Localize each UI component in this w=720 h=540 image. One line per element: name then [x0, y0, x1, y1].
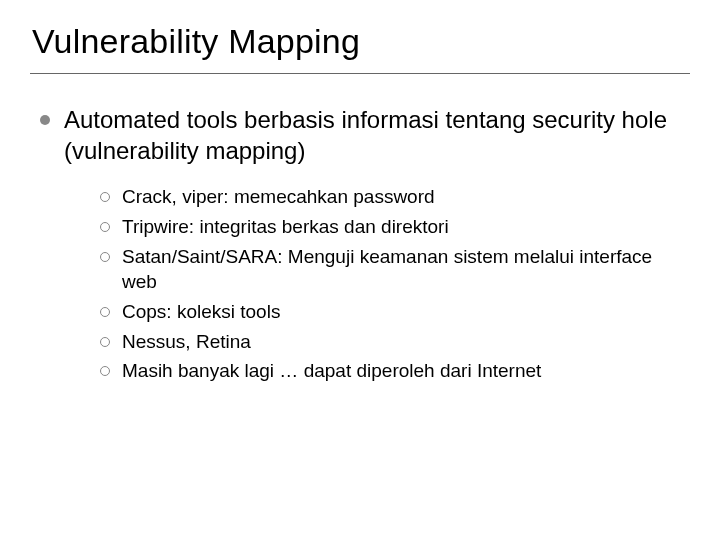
- bullet-level1-text: Automated tools berbasis informasi tenta…: [64, 104, 680, 166]
- bullet-level2-text: Crack, viper: memecahkan password: [122, 184, 435, 210]
- list-item: Cops: koleksi tools: [100, 299, 680, 325]
- bullet-circle-icon: [100, 366, 110, 376]
- bullet-level1: Automated tools berbasis informasi tenta…: [40, 104, 680, 166]
- bullet-level2-text: Masih banyak lagi … dapat diperoleh dari…: [122, 358, 541, 384]
- bullet-circle-icon: [100, 337, 110, 347]
- list-item: Satan/Saint/SARA: Menguji keamanan siste…: [100, 244, 680, 295]
- slide-body: Automated tools berbasis informasi tenta…: [30, 74, 690, 384]
- bullet-level2-text: Cops: koleksi tools: [122, 299, 280, 325]
- title-block: Vulnerability Mapping: [30, 22, 690, 74]
- slide-title: Vulnerability Mapping: [32, 22, 686, 61]
- bullet-level2-text: Nessus, Retina: [122, 329, 251, 355]
- list-item: Crack, viper: memecahkan password: [100, 184, 680, 210]
- bullet-dot-icon: [40, 115, 50, 125]
- list-item: Nessus, Retina: [100, 329, 680, 355]
- bullet-circle-icon: [100, 252, 110, 262]
- bullet-circle-icon: [100, 192, 110, 202]
- bullet-level2-text: Satan/Saint/SARA: Menguji keamanan siste…: [122, 244, 680, 295]
- list-item: Tripwire: integritas berkas dan direktor…: [100, 214, 680, 240]
- bullet-circle-icon: [100, 307, 110, 317]
- bullet-circle-icon: [100, 222, 110, 232]
- slide: Vulnerability Mapping Automated tools be…: [0, 0, 720, 540]
- bullet-level2-list: Crack, viper: memecahkan password Tripwi…: [40, 184, 680, 383]
- list-item: Masih banyak lagi … dapat diperoleh dari…: [100, 358, 680, 384]
- bullet-level2-text: Tripwire: integritas berkas dan direktor…: [122, 214, 449, 240]
